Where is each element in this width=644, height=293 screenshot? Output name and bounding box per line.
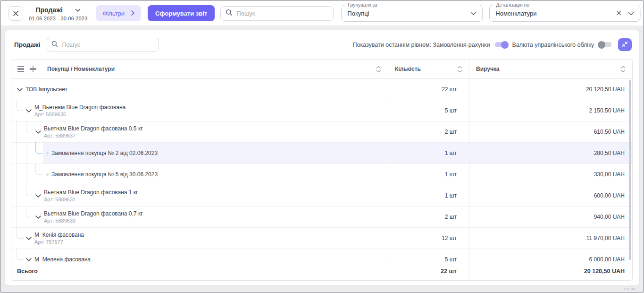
row-name: Замовлення покупця № 5 від 30.06.2023: [51, 171, 158, 178]
qty-cell: 1 шт: [388, 164, 469, 185]
table-row[interactable]: М_Мелена фасована5 шт6 000,00 UAH: [11, 249, 632, 262]
chevron-down-icon[interactable]: [628, 9, 634, 17]
topbar: Продажі 01.06.2023 - 30.06.2023 Фільтри …: [1, 1, 643, 26]
group-by-select[interactable]: Групувати за Покупці: [341, 5, 483, 22]
table-row[interactable]: М_Вьетнам Blue Dragon фасованаАрт: 58896…: [11, 100, 632, 121]
revenue-cell: 330,00 UAH: [469, 164, 632, 185]
clear-x-icon[interactable]: [616, 9, 621, 17]
name-cell[interactable]: М_Кенія фасованаАрт: 757577: [11, 228, 388, 249]
row-article: Арт: 5889637: [44, 133, 143, 138]
currency-toggle[interactable]: [599, 42, 611, 47]
qty-cell: 22 шт: [388, 79, 469, 100]
leaf-dot-icon: [46, 173, 49, 176]
report-title-block[interactable]: Продажі 01.06.2023 - 30.06.2023: [29, 6, 87, 21]
collapse-arrows-icon: [621, 41, 628, 49]
table-header: Покупці / Номенклатури Кількість Виручка: [11, 60, 632, 79]
total-row: Всього 22 шт 20 120,50 UAH: [11, 262, 632, 280]
table-row[interactable]: Замовлення покупця № 5 від 30.06.20231 ш…: [11, 164, 632, 185]
chevron-down-icon[interactable]: [26, 109, 32, 112]
collapse-panel-button[interactable]: [618, 38, 632, 51]
filters-button[interactable]: Фільтри: [96, 5, 141, 21]
panel-header: Продажі Показувати останнім рівнем: Замо…: [5, 30, 639, 56]
chevron-down-icon[interactable]: [17, 88, 23, 91]
group-by-value: Покупці: [347, 10, 369, 17]
last-level-toggle-label: Показувати останнім рівнем: Замовлення-р…: [353, 42, 490, 48]
header-cell-name[interactable]: Покупці / Номенклатури: [11, 60, 388, 78]
name-cell[interactable]: ТОВ Імпульснет: [11, 79, 388, 100]
filters-button-label: Фільтри: [102, 10, 125, 17]
last-level-toggle[interactable]: [495, 42, 508, 47]
table-row[interactable]: М_Кенія фасованаАрт: 75757712 шт11 970,0…: [11, 228, 632, 249]
expand-rows-icon[interactable]: [29, 66, 37, 72]
chevron-down-icon[interactable]: [26, 258, 32, 261]
name-cell[interactable]: Замовлення покупця № 2 від 02.06.2023: [11, 143, 388, 164]
group-by-label: Групувати за: [346, 2, 379, 8]
chevron-down-icon[interactable]: [35, 130, 41, 134]
column-label: Кількість: [395, 66, 421, 72]
app-window: Продажі 01.06.2023 - 30.06.2023 Фільтри …: [0, 0, 644, 293]
topbar-search[interactable]: [220, 6, 334, 21]
name-cell[interactable]: М_Мелена фасована: [11, 249, 388, 262]
chevron-down-icon[interactable]: [470, 9, 477, 17]
total-label: Всього: [11, 262, 388, 280]
info-button[interactable]: [640, 6, 644, 21]
sort-icon[interactable]: [376, 66, 381, 73]
magnifier-icon: [226, 9, 233, 18]
row-name: М_Мелена фасована: [34, 256, 91, 262]
leaf-dot-icon: [46, 152, 49, 155]
total-qty: 22 шт: [388, 262, 469, 280]
name-cell[interactable]: Вьетнам Blue Dragon фасована 0,5 кгАрт: …: [11, 121, 388, 142]
qty-cell: 1 шт: [388, 185, 469, 206]
table-row[interactable]: ТОВ Імпульснет22 шт20 120,50 UAH: [11, 79, 632, 100]
sort-icon[interactable]: [620, 66, 626, 73]
qty-cell: 12 шт: [388, 228, 469, 249]
row-name: М_Вьетнам Blue Dragon фасована: [34, 104, 125, 111]
name-cell[interactable]: М_Вьетнам Blue Dragon фасованаАрт: 58896…: [11, 100, 388, 121]
row-article: Арт: 757577: [34, 239, 84, 245]
header-cell-revenue[interactable]: Виручка: [469, 60, 632, 78]
detail-by-select[interactable]: Деталізація по Номенклатури: [489, 5, 640, 22]
header-cell-qty[interactable]: Кількість: [388, 60, 469, 78]
qty-cell: 2 шт: [388, 121, 469, 142]
toggle-knob: [501, 41, 509, 49]
close-report-button[interactable]: [8, 6, 23, 21]
row-name: Вьетнам Blue Dragon фасована 0,5 кг: [44, 125, 143, 132]
row-name: Вьетнам Blue Dragon фасована 1 кг: [44, 189, 138, 196]
row-name: М_Кенія фасована: [34, 232, 84, 238]
topbar-search-input[interactable]: [236, 10, 328, 17]
chevron-down-icon[interactable]: [75, 6, 81, 14]
row-article: Арт: 5889633: [44, 218, 143, 224]
row-name: ТОВ Імпульснет: [25, 86, 67, 93]
revenue-cell: 600,00 UAH: [469, 185, 632, 206]
revenue-cell: 940,00 UAH: [469, 207, 632, 227]
app-version: 1.82.44: [623, 287, 635, 291]
name-cell[interactable]: Вьетнам Blue Dragon фасована 0,7 кгАрт: …: [11, 207, 388, 227]
panel-search-input[interactable]: [62, 42, 154, 48]
vertical-scrollbar[interactable]: [629, 80, 631, 260]
report-date-range: 01.06.2023 - 30.06.2023: [29, 16, 87, 21]
table-row[interactable]: Вьетнам Blue Dragon фасована 0,7 кгАрт: …: [11, 207, 632, 228]
magnifier-icon: [51, 41, 58, 49]
collapse-rows-icon[interactable]: [17, 66, 25, 72]
revenue-cell: 6 000,00 UAH: [469, 249, 632, 262]
chevron-down-icon[interactable]: [35, 194, 41, 198]
table-row[interactable]: Вьетнам Blue Dragon фасована 0,5 кгАрт: …: [11, 121, 632, 143]
row-name: Вьетнам Blue Dragon фасована 0,7 кг: [44, 210, 143, 217]
chevron-right-icon: [131, 10, 134, 17]
chevron-down-icon[interactable]: [26, 237, 32, 240]
panel-search[interactable]: [47, 38, 159, 52]
qty-cell: 1 шт: [388, 143, 469, 164]
table-row[interactable]: Замовлення покупця № 2 від 02.06.20231 ш…: [11, 143, 632, 164]
revenue-cell: 2 150,50 UAH: [469, 100, 632, 121]
toggle-knob: [598, 41, 605, 49]
panel-title: Продажі: [14, 41, 40, 48]
name-cell[interactable]: Вьетнам Blue Dragon фасована 1 кгАрт: 58…: [11, 185, 388, 206]
name-cell[interactable]: Замовлення покупця № 5 від 30.06.2023: [11, 164, 388, 185]
qty-cell: 5 шт: [388, 100, 469, 121]
revenue-cell: 610,50 UAH: [469, 121, 632, 142]
chevron-down-icon[interactable]: [35, 215, 41, 219]
x-icon: [13, 10, 19, 17]
sort-icon[interactable]: [457, 66, 462, 73]
generate-report-button[interactable]: Сформувати звіт: [148, 5, 215, 21]
table-row[interactable]: Вьетнам Blue Dragon фасована 1 кгАрт: 58…: [11, 185, 632, 207]
